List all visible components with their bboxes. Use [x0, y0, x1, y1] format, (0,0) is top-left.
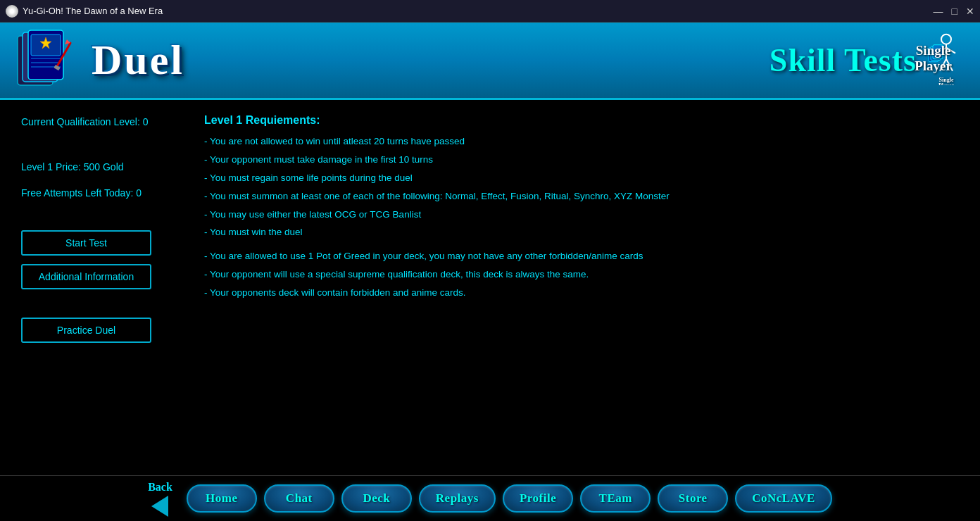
svg-text:Player: Player — [938, 82, 955, 84]
window-controls: — □ ✕ — [934, 6, 974, 17]
minimize-button[interactable]: — — [934, 6, 943, 17]
nav-store-button[interactable]: Store — [658, 484, 728, 513]
start-test-button[interactable]: Start Test — [21, 230, 151, 256]
main-content: Current Qualification Level: 0 Level 1 P… — [0, 100, 980, 475]
nav-deck-button[interactable]: Deck — [341, 484, 412, 513]
requirements-title: Level 1 Requiements: — [204, 114, 959, 127]
single-player-icon: Single Player — [927, 73, 966, 87]
close-button[interactable]: ✕ — [966, 6, 974, 17]
nav-chat-button[interactable]: Chat — [264, 484, 334, 513]
header-right: Skill Tests Single — [769, 32, 966, 89]
nav-home-button[interactable]: Home — [187, 484, 257, 513]
add-req-3: - Your opponents deck will contain forbi… — [204, 287, 959, 300]
req-4: - You must summon at least one of each o… — [204, 190, 959, 203]
duel-title: Duel — [92, 36, 184, 84]
bottom-nav: Back Home Chat Deck Replays Profile TEam… — [0, 475, 980, 521]
req-2: - Your opponent must take damage in the … — [204, 153, 959, 167]
req-5: - You may use either the latest OCG or T… — [204, 208, 959, 222]
nav-conclave-button[interactable]: CoNcLAVE — [735, 484, 832, 513]
title-bar: Yu-Gi-Oh! The Dawn of a New Era — □ ✕ — [0, 0, 980, 23]
price-label: Level 1 Price: 500 Gold — [21, 159, 190, 175]
attempts-label: Free Attempts Left Today: 0 — [21, 185, 190, 201]
nav-replays-button[interactable]: Replays — [419, 484, 496, 513]
window-title: Yu-Gi-Oh! The Dawn of a New Era — [23, 6, 934, 16]
additional-requirements: - You are allowed to use 1 Pot of Greed … — [204, 250, 959, 300]
app-icon — [6, 5, 18, 18]
single-player-badge: Single Player SinglePlayer — [927, 32, 966, 89]
req-3: - You must regain some life points durin… — [204, 172, 959, 185]
add-req-2: - Your opponent will use a special supre… — [204, 268, 959, 282]
nav-profile-button[interactable]: Profile — [503, 484, 573, 513]
left-panel: Current Qualification Level: 0 Level 1 P… — [21, 114, 190, 461]
back-button[interactable]: Back — [148, 481, 172, 517]
right-panel: Level 1 Requiements: - You are not allow… — [190, 114, 959, 461]
qualification-level: Current Qualification Level: 0 — [21, 114, 190, 130]
additional-info-button[interactable]: Additional Information — [21, 264, 151, 289]
single-player-text: SinglePlayer — [915, 42, 952, 75]
practice-duel-button[interactable]: Practice Duel — [21, 318, 151, 343]
skill-tests-title: Skill Tests — [769, 42, 917, 79]
maximize-button[interactable]: □ — [952, 6, 957, 17]
req-1: - You are not allowed to win until atlea… — [204, 135, 959, 149]
nav-team-button[interactable]: TEam — [580, 484, 651, 513]
req-6: - You must win the duel — [204, 226, 959, 239]
header: Duel Skill Tests — [0, 23, 980, 100]
requirements-list: - You are not allowed to win until atlea… — [204, 135, 959, 239]
add-req-1: - You are allowed to use 1 Pot of Greed … — [204, 250, 959, 263]
header-logo — [14, 29, 77, 92]
